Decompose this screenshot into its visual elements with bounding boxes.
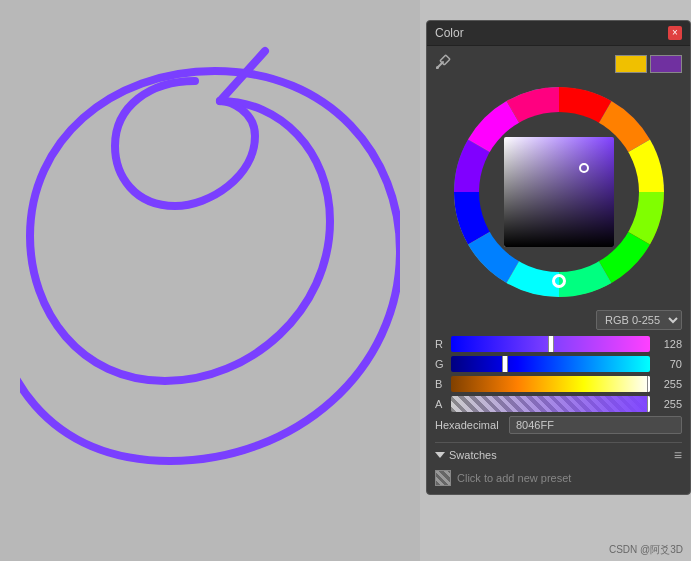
top-toolbar	[435, 54, 682, 74]
channel-label-b: B	[435, 378, 447, 390]
more-icon[interactable]: ≡	[674, 447, 682, 463]
channel-label-g: G	[435, 358, 447, 370]
channel-label-r: R	[435, 338, 447, 350]
channel-value-r: 128	[654, 338, 682, 350]
alpha-overlay	[451, 396, 650, 412]
channel-slider-a[interactable]	[451, 396, 650, 412]
channel-thumb-g	[502, 356, 508, 372]
channel-row-r: R 128	[435, 336, 682, 352]
spiral-svg	[20, 21, 400, 541]
color-swatches-top	[615, 55, 682, 73]
color-wheel-container[interactable]	[449, 82, 669, 302]
color-square[interactable]	[504, 137, 614, 247]
channel-thumb-b	[647, 376, 650, 392]
swatches-add-label: Click to add new preset	[457, 472, 571, 484]
canvas-area	[0, 0, 420, 561]
svg-point-2	[436, 66, 439, 69]
swatches-title: Swatches	[449, 449, 497, 461]
swatch-yellow[interactable]	[615, 55, 647, 73]
mode-selector: RGB 0-255 HSB HSL	[435, 310, 682, 330]
channel-thumb-a	[647, 396, 650, 412]
channel-row-b: B 255	[435, 376, 682, 392]
channel-label-a: A	[435, 398, 447, 410]
swatch-purple[interactable]	[650, 55, 682, 73]
channel-value-g: 70	[654, 358, 682, 370]
channel-row-g: G 70	[435, 356, 682, 372]
channel-slider-b[interactable]	[451, 376, 650, 392]
triangle-icon	[435, 452, 445, 458]
square-cursor	[579, 163, 589, 173]
hex-row: Hexadecimal	[435, 416, 682, 434]
close-button[interactable]: ×	[668, 26, 682, 40]
swatches-header: Swatches ≡	[435, 442, 682, 466]
channel-row-a: A 255	[435, 396, 682, 412]
channel-slider-r[interactable]	[451, 336, 650, 352]
add-swatch-box	[435, 470, 451, 486]
channel-value-b: 255	[654, 378, 682, 390]
hex-input[interactable]	[509, 416, 682, 434]
channel-slider-g[interactable]	[451, 356, 650, 372]
channel-thumb-r	[548, 336, 554, 352]
hex-label: Hexadecimal	[435, 419, 505, 431]
swatches-add-row[interactable]: Click to add new preset	[435, 470, 682, 486]
channel-value-a: 255	[654, 398, 682, 410]
swatches-title-row: Swatches	[435, 449, 497, 461]
eyedropper-icon[interactable]	[435, 54, 451, 74]
mode-select[interactable]: RGB 0-255 HSB HSL	[596, 310, 682, 330]
panel-title: Color	[435, 26, 464, 40]
color-panel: Color ×	[426, 20, 691, 495]
panel-title-bar: Color ×	[427, 21, 690, 46]
watermark: CSDN @阿爻3D	[609, 543, 683, 557]
